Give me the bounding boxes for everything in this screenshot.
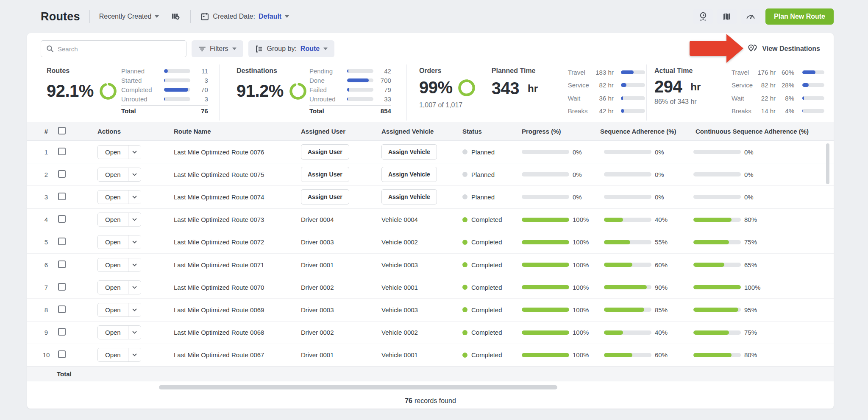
status-cell: Completed <box>458 306 518 314</box>
map-view-button[interactable] <box>717 9 737 24</box>
continuous-sequence-adherence-cell: 75% <box>690 329 817 336</box>
stat-card-planned-time: Planned Time 343 hr Travel 183 hr Servic… <box>483 64 646 120</box>
actual-time-ratio: 86% of 343 hr <box>654 98 718 106</box>
search-box <box>41 40 186 57</box>
progress-bar-track <box>693 172 741 176</box>
stat-row-bar <box>347 78 373 82</box>
chevron-down-icon <box>132 241 137 244</box>
progress-bar-value: 75% <box>744 329 757 336</box>
row-checkbox[interactable] <box>58 328 66 336</box>
progress-bar-track <box>522 308 569 312</box>
open-button-group: Open <box>97 235 141 249</box>
progress-bar-value: 60% <box>655 351 668 358</box>
assign-user-button[interactable]: Assign User <box>301 167 349 182</box>
continuous-sequence-adherence-cell: 95% <box>690 306 817 314</box>
open-button[interactable]: Open <box>98 348 128 361</box>
select-all-checkbox[interactable] <box>58 127 66 134</box>
stat-row-value: 11 <box>190 67 208 75</box>
vertical-scrollbar[interactable] <box>826 143 829 184</box>
column-settings-button[interactable] <box>170 11 181 22</box>
progress-bar-track <box>522 330 569 335</box>
open-button[interactable]: Open <box>98 146 128 159</box>
time-row-label: Wait <box>732 95 754 102</box>
stat-breakdown-row: Unrouted 3 <box>121 94 208 104</box>
group-by-dropdown[interactable]: Group by: Route <box>248 40 335 57</box>
time-row-label: Breaks <box>568 107 590 115</box>
group-by-label: Group by: <box>267 45 297 53</box>
status-dot <box>462 240 467 245</box>
stat-breakdown-row: Unrouted 33 <box>309 94 391 104</box>
open-button[interactable]: Open <box>98 303 128 316</box>
row-checkbox[interactable] <box>58 350 66 358</box>
search-input[interactable] <box>58 45 181 53</box>
assign-user-button[interactable]: Assign User <box>301 189 349 204</box>
assign-vehicle-button[interactable]: Assign Vehicle <box>381 189 437 204</box>
progress-bar-track <box>604 240 651 244</box>
horizontal-scrollbar-track <box>27 381 834 393</box>
open-button[interactable]: Open <box>98 235 128 249</box>
planned-time-unit: hr <box>528 83 538 95</box>
created-date-dropdown[interactable]: Created Date: Default <box>200 12 289 21</box>
assigned-vehicle: Vehicle 0002 <box>381 238 418 246</box>
stat-row-label: Failed <box>309 86 347 93</box>
chevron-down-icon <box>132 286 137 289</box>
open-button[interactable]: Open <box>98 326 128 339</box>
stat-row-value: 70 <box>190 86 208 93</box>
progress-bar-track <box>522 195 569 199</box>
progress-bar-value: 90% <box>655 284 668 291</box>
row-checkbox[interactable] <box>58 193 66 200</box>
assign-vehicle-button[interactable]: Assign Vehicle <box>381 144 437 160</box>
status-cell: Planned <box>458 148 518 156</box>
filters-button[interactable]: Filters <box>192 40 243 57</box>
row-checkbox[interactable] <box>58 148 66 155</box>
table-row: 6OpenLast Mile Optimized Route 0071Drive… <box>27 254 834 276</box>
open-button[interactable]: Open <box>98 281 128 294</box>
progress-bar-value: 40% <box>655 216 668 223</box>
progress-bar-value: 0% <box>744 193 754 201</box>
assign-vehicle-button[interactable]: Assign Vehicle <box>381 167 437 182</box>
open-button[interactable]: Open <box>98 213 128 226</box>
dashboard-button[interactable] <box>741 9 760 24</box>
progress-bar-value: 100% <box>573 351 589 358</box>
progress-bar-value: 60% <box>655 261 668 269</box>
row-checkbox[interactable] <box>58 215 66 223</box>
open-dropdown-button[interactable] <box>128 213 141 226</box>
plan-new-route-button[interactable]: Plan New Route <box>765 8 834 25</box>
row-checkbox[interactable] <box>58 170 66 178</box>
status-label: Completed <box>471 216 502 223</box>
route-history-button[interactable] <box>693 9 713 24</box>
view-destinations-button[interactable]: View Destinations <box>747 44 820 54</box>
status-label: Planned <box>471 193 495 201</box>
open-dropdown-button[interactable] <box>128 348 141 361</box>
stat-row-value: 79 <box>373 86 391 93</box>
open-dropdown-button[interactable] <box>128 168 141 181</box>
horizontal-scrollbar[interactable] <box>159 385 557 389</box>
open-dropdown-button[interactable] <box>128 326 141 339</box>
assign-user-button[interactable]: Assign User <box>301 144 349 160</box>
progress-bar-value: 0% <box>744 148 754 156</box>
sort-dropdown[interactable]: Recently Created <box>99 13 159 20</box>
open-button-group: Open <box>97 190 141 204</box>
time-row-value: 36 hr <box>590 95 614 102</box>
open-dropdown-button[interactable] <box>128 146 141 159</box>
row-checkbox[interactable] <box>58 283 66 291</box>
row-checkbox[interactable] <box>58 238 66 245</box>
row-checkbox[interactable] <box>58 305 66 313</box>
open-dropdown-button[interactable] <box>128 235 141 249</box>
status-label: Planned <box>471 171 495 178</box>
open-button[interactable]: Open <box>98 258 128 272</box>
open-button[interactable]: Open <box>98 168 128 181</box>
chevron-down-icon <box>285 15 289 18</box>
time-row-percent: 28% <box>776 81 794 89</box>
open-dropdown-button[interactable] <box>128 190 141 204</box>
chevron-down-icon <box>132 218 137 221</box>
open-dropdown-button[interactable] <box>128 258 141 272</box>
time-row-value: 183 hr <box>590 69 614 76</box>
open-button[interactable]: Open <box>98 190 128 204</box>
open-dropdown-button[interactable] <box>128 303 141 316</box>
table-body: 1OpenLast Mile Optimized Route 0076Assig… <box>27 141 834 367</box>
open-dropdown-button[interactable] <box>128 281 141 294</box>
row-checkbox[interactable] <box>58 260 66 268</box>
time-row-percent: 60% <box>776 69 794 76</box>
filter-icon <box>198 45 206 53</box>
